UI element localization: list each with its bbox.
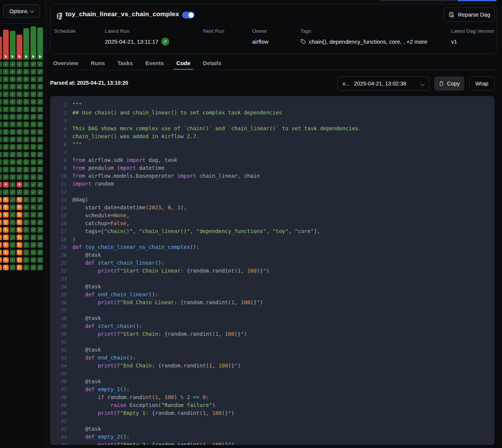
task-instance-square[interactable]: ✓ xyxy=(10,257,15,263)
tab-code[interactable]: Code xyxy=(173,56,194,70)
task-instance-square[interactable]: ✓ xyxy=(10,189,15,195)
run-duration-bar[interactable] xyxy=(10,31,15,59)
task-instance-square[interactable]: ✓ xyxy=(3,189,9,195)
task-instance-square[interactable]: ✓ xyxy=(0,84,2,90)
task-instance-square[interactable]: ↻ xyxy=(0,227,2,233)
task-instance-square[interactable]: ✓ xyxy=(23,91,29,97)
task-instance-square[interactable]: ✓ xyxy=(0,114,2,120)
task-instance-square[interactable]: ✓ xyxy=(23,227,29,233)
task-instance-square[interactable]: ✓ xyxy=(10,114,15,120)
task-instance-square[interactable]: ✓ xyxy=(37,265,43,270)
task-instance-square[interactable]: ↻ xyxy=(17,235,22,240)
task-instance-square[interactable]: ✓ xyxy=(31,159,36,165)
task-instance-square[interactable]: ✓ xyxy=(10,159,15,165)
task-instance-square[interactable]: ✓ xyxy=(10,167,15,172)
task-instance-square[interactable]: ✓ xyxy=(0,152,2,157)
task-instance-square[interactable]: ✓ xyxy=(0,129,2,135)
task-instance-square[interactable]: ✓ xyxy=(31,144,36,150)
task-instance-square[interactable]: ✓ xyxy=(37,144,43,150)
task-instance-square[interactable]: ✓ xyxy=(3,69,9,75)
task-instance-square[interactable]: ✓ xyxy=(37,167,43,172)
task-instance-square[interactable]: ↻ xyxy=(3,235,9,240)
task-instance-square[interactable]: ✓ xyxy=(37,114,43,120)
task-instance-square[interactable]: ✓ xyxy=(3,84,9,90)
run-duration-bar[interactable] xyxy=(31,26,36,59)
task-instance-square[interactable]: ✓ xyxy=(31,137,36,142)
task-instance-square[interactable]: ✓ xyxy=(3,91,9,97)
task-instance-square[interactable]: ✓ xyxy=(37,61,43,67)
task-instance-square[interactable]: ✓ xyxy=(23,61,29,67)
task-instance-square[interactable]: ✓ xyxy=(31,197,36,203)
task-instance-square[interactable]: ↻ xyxy=(3,227,9,233)
task-instance-square[interactable]: ✓ xyxy=(0,91,2,97)
task-instance-square[interactable]: ✓ xyxy=(17,129,22,135)
task-instance-square[interactable]: ✓ xyxy=(23,114,29,120)
task-instance-square[interactable]: ✓ xyxy=(37,91,43,97)
task-instance-square[interactable]: ↻ xyxy=(17,219,22,225)
reparse-dag-button[interactable]: Reparse Dag xyxy=(444,8,495,22)
task-instance-square[interactable]: ✓ xyxy=(23,159,29,165)
task-instance-square[interactable]: ✓ xyxy=(0,167,2,172)
task-instance-square[interactable]: ✓ xyxy=(23,76,29,82)
copy-button[interactable]: Copy xyxy=(434,76,464,91)
task-instance-square[interactable]: ✓ xyxy=(37,137,43,142)
task-instance-square[interactable]: ✓ xyxy=(17,152,22,157)
task-instance-square[interactable]: ✓ xyxy=(17,122,22,127)
task-instance-square[interactable]: ✓ xyxy=(23,182,29,187)
task-instance-square[interactable]: ✓ xyxy=(37,250,43,255)
task-instance-square[interactable]: ✓ xyxy=(23,235,29,240)
task-instance-square[interactable]: ✓ xyxy=(17,167,22,172)
task-instance-square[interactable]: ↻ xyxy=(0,265,2,270)
task-instance-square[interactable]: ✓ xyxy=(0,137,2,142)
task-instance-square[interactable]: ↻ xyxy=(0,212,2,218)
task-instance-square[interactable]: ✓ xyxy=(10,84,15,90)
task-instance-square[interactable]: ✓ xyxy=(10,99,15,105)
dag-pause-toggle[interactable] xyxy=(182,12,194,18)
task-instance-square[interactable]: ✓ xyxy=(23,189,29,195)
task-instance-square[interactable]: ✓ xyxy=(10,242,15,248)
task-instance-square[interactable]: ✓ xyxy=(23,212,29,218)
task-instance-square[interactable]: ✓ xyxy=(31,84,36,90)
task-instance-square[interactable]: ✕ xyxy=(0,182,2,187)
task-instance-square[interactable]: ✓ xyxy=(3,144,9,150)
task-instance-square[interactable]: ✓ xyxy=(37,189,43,195)
task-instance-square[interactable]: ✓ xyxy=(37,107,43,112)
task-instance-square[interactable]: ✓ xyxy=(37,219,43,225)
task-instance-square[interactable]: ↻ xyxy=(3,212,9,218)
task-instance-square[interactable]: ✓ xyxy=(31,204,36,210)
task-instance-square[interactable]: ✓ xyxy=(17,76,22,82)
task-instance-square[interactable]: ✓ xyxy=(23,197,29,203)
task-instance-square[interactable]: ✓ xyxy=(17,159,22,165)
tab-runs[interactable]: Runs xyxy=(88,56,108,70)
task-instance-square[interactable]: ✓ xyxy=(23,99,29,105)
task-instance-square[interactable]: ✓ xyxy=(10,137,15,142)
task-instance-square[interactable]: ✓ xyxy=(23,265,29,270)
task-instance-square[interactable]: ✓ xyxy=(31,91,36,97)
task-instance-square[interactable]: ✓ xyxy=(0,107,2,112)
task-instance-square[interactable]: ✓ xyxy=(37,204,43,210)
task-instance-square[interactable]: ✓ xyxy=(10,76,15,82)
task-instance-square[interactable]: ✓ xyxy=(31,152,36,157)
task-instance-square[interactable]: ✓ xyxy=(23,204,29,210)
task-instance-square[interactable]: ↻ xyxy=(17,212,22,218)
task-instance-square[interactable]: ✓ xyxy=(10,235,15,240)
task-instance-square[interactable]: ✓ xyxy=(3,152,9,157)
task-instance-square[interactable]: ✓ xyxy=(37,129,43,135)
task-instance-square[interactable]: ✓ xyxy=(37,227,43,233)
task-instance-square[interactable]: ✓ xyxy=(17,174,22,180)
run-duration-bar[interactable] xyxy=(17,35,22,59)
task-instance-square[interactable]: ✓ xyxy=(37,174,43,180)
task-instance-square[interactable]: ✓ xyxy=(3,76,9,82)
task-instance-square[interactable]: ✓ xyxy=(17,137,22,142)
task-instance-square[interactable]: ✓ xyxy=(37,159,43,165)
task-instance-square[interactable]: ✓ xyxy=(0,99,2,105)
task-instance-square[interactable]: ✓ xyxy=(31,107,36,112)
task-instance-square[interactable]: ✓ xyxy=(10,91,15,97)
task-instance-square[interactable]: ↻ xyxy=(0,257,2,263)
wrap-button[interactable]: Wrap xyxy=(469,76,494,91)
task-instance-square[interactable]: ✓ xyxy=(23,107,29,112)
task-instance-square[interactable]: ✓ xyxy=(3,114,9,120)
task-instance-square[interactable]: ✓ xyxy=(23,144,29,150)
task-instance-square[interactable]: ✓ xyxy=(10,204,15,210)
task-instance-square[interactable]: ↻ xyxy=(0,197,2,203)
